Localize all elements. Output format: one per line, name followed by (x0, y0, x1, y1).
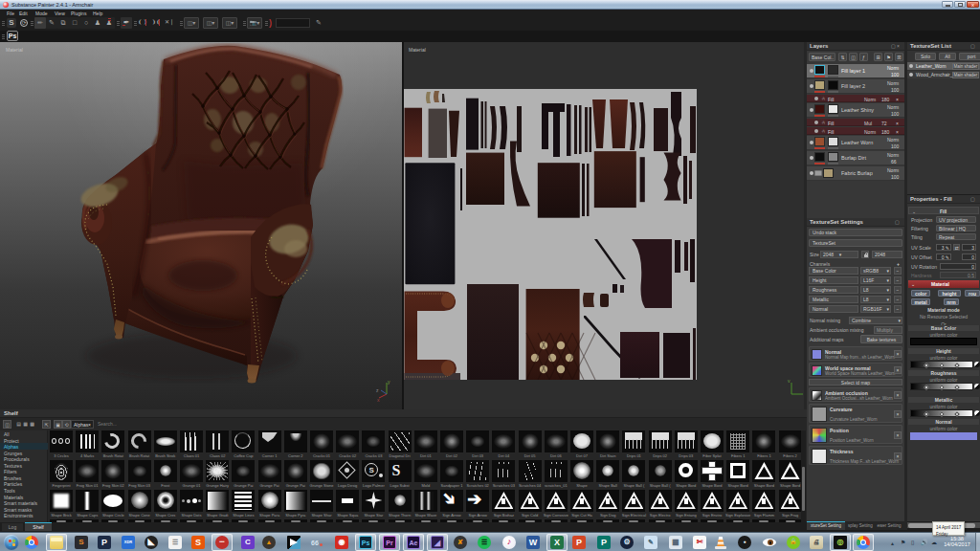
svg-text:z: z (376, 387, 379, 393)
svg-text:y: y (388, 379, 390, 385)
svg-text:v: v (788, 378, 791, 384)
